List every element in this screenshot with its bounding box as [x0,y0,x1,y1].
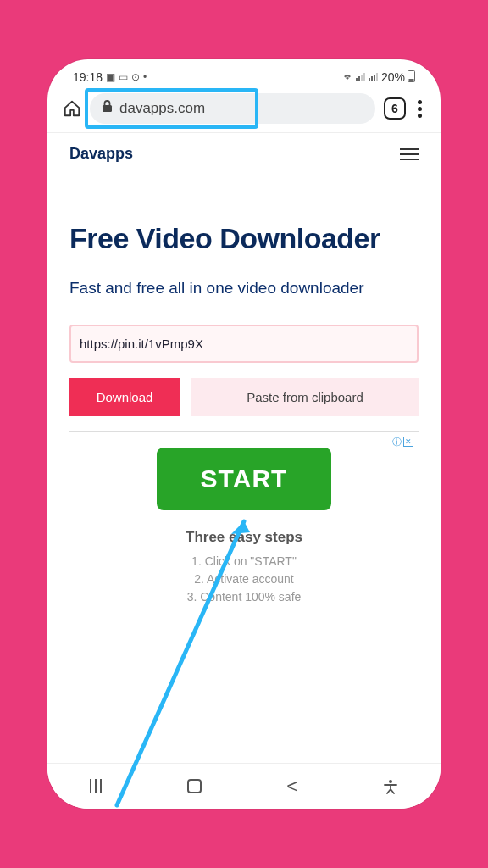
site-header: Davapps [47,133,441,171]
button-row: Download Paste from clipboard [69,378,419,416]
signal-icon [356,71,366,84]
svg-rect-4 [369,78,370,81]
phone-frame: 19:18 ▣ ▭ ⊙ • 20% [47,59,441,809]
ad-info-icon: ⓘ [392,436,402,448]
ad-marker[interactable]: ⓘ ✕ [392,436,413,448]
svg-rect-11 [103,105,112,112]
page-subtitle: Fast and free all in one video downloade… [69,277,419,299]
hamburger-icon[interactable] [400,148,419,160]
ad-step2: 2. Activate account [69,570,419,588]
nav-recents-icon[interactable] [90,779,102,793]
address-bar-container: davapps.com [90,93,375,124]
signal2-icon [369,71,379,84]
paste-clipboard-button[interactable]: Paste from clipboard [191,378,419,416]
wifi-icon [341,71,353,84]
video-url-input[interactable] [69,325,419,363]
site-brand[interactable]: Davapps [69,145,133,163]
statusbar-notification-icon: ▣ [106,71,115,83]
statusbar-image-icon: ▭ [119,71,128,83]
menu-kebab-icon[interactable] [414,100,425,118]
ad-close-icon[interactable]: ✕ [403,437,413,447]
lock-icon [102,100,113,117]
svg-rect-0 [356,78,358,81]
svg-rect-1 [358,76,360,81]
statusbar: 19:18 ▣ ▭ ⊙ • 20% [47,59,441,88]
battery-percent: 20% [381,70,405,84]
ad-step3: 3. Content 100% safe [69,588,419,606]
ad-steps: 1. Click on "START" 2. Activate account … [69,553,419,606]
address-bar[interactable]: davapps.com [90,93,375,124]
nav-back-icon[interactable]: < [286,776,297,798]
battery-icon [408,70,415,85]
statusbar-more-icon: • [143,71,147,83]
svg-rect-3 [363,73,365,81]
statusbar-right: 20% [341,70,415,85]
page-content: Free Video Downloader Fast and free all … [47,171,441,615]
ad-subtitle: Three easy steps [69,529,419,546]
statusbar-time: 19:18 [73,70,103,84]
address-text: davapps.com [119,100,205,117]
svg-rect-10 [409,79,414,81]
download-button[interactable]: Download [69,378,180,416]
tab-count-value: 6 [391,102,398,115]
statusbar-left: 19:18 ▣ ▭ ⊙ • [73,70,147,84]
svg-rect-2 [361,75,363,81]
nav-accessibility-icon[interactable] [383,779,398,794]
page-title: Free Video Downloader [69,222,419,255]
nav-home-icon[interactable] [187,779,202,793]
ad-start-button[interactable]: START [157,448,332,510]
svg-point-12 [389,780,392,783]
browser-toolbar: davapps.com 6 [47,88,441,133]
tab-counter[interactable]: 6 [384,97,406,120]
ad-step1: 1. Click on "START" [69,553,419,570]
svg-rect-5 [371,76,373,81]
url-input-row [69,325,419,363]
ad-block: ⓘ ✕ START Three easy steps 1. Click on "… [69,431,419,606]
android-navbar: < [47,763,441,809]
statusbar-clock-icon: ⊙ [131,71,140,83]
svg-rect-6 [374,75,375,81]
home-icon[interactable] [63,99,81,118]
svg-rect-7 [376,73,378,81]
